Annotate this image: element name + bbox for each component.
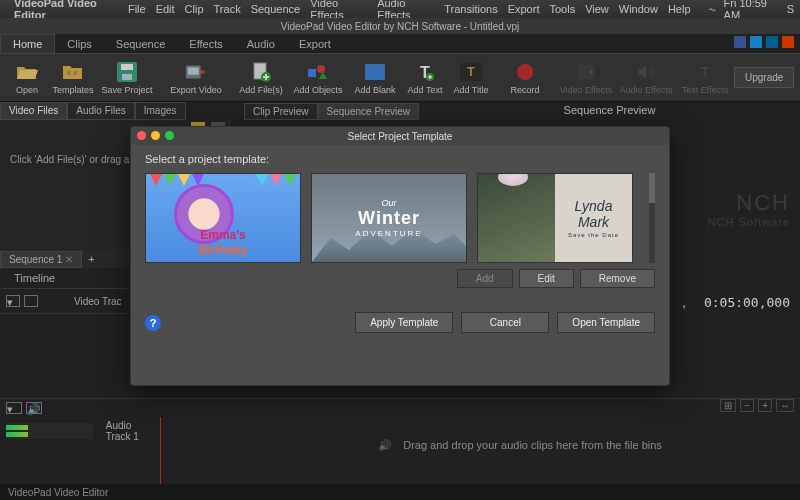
template-birthday[interactable]: Emma'sBirthday xyxy=(145,173,301,263)
zoom-icon[interactable] xyxy=(165,131,174,140)
select-template-dialog: Select Project Template Select a project… xyxy=(130,126,670,386)
remove-button[interactable]: Remove xyxy=(580,269,655,288)
template-winter[interactable]: Our Winter ADVENTURE xyxy=(311,173,467,263)
edit-button[interactable]: Edit xyxy=(519,269,574,288)
minimize-icon[interactable] xyxy=(151,131,160,140)
dialog-title: Select Project Template xyxy=(348,131,453,142)
template-wedding[interactable]: Lynda Mark Save the Date xyxy=(477,173,633,263)
dialog-titlebar: Select Project Template xyxy=(131,127,669,145)
dialog-prompt: Select a project template: xyxy=(145,153,655,165)
open-template-button[interactable]: Open Template xyxy=(557,312,655,333)
close-icon[interactable] xyxy=(137,131,146,140)
add-button[interactable]: Add xyxy=(457,269,513,288)
template-scrollbar[interactable] xyxy=(649,173,655,263)
cancel-button[interactable]: Cancel xyxy=(461,312,549,333)
apply-template-button[interactable]: Apply Template xyxy=(355,312,453,333)
help-icon[interactable]: ? xyxy=(145,315,161,331)
template-list: Emma'sBirthday Our Winter ADVENTURE Lynd… xyxy=(145,173,639,263)
